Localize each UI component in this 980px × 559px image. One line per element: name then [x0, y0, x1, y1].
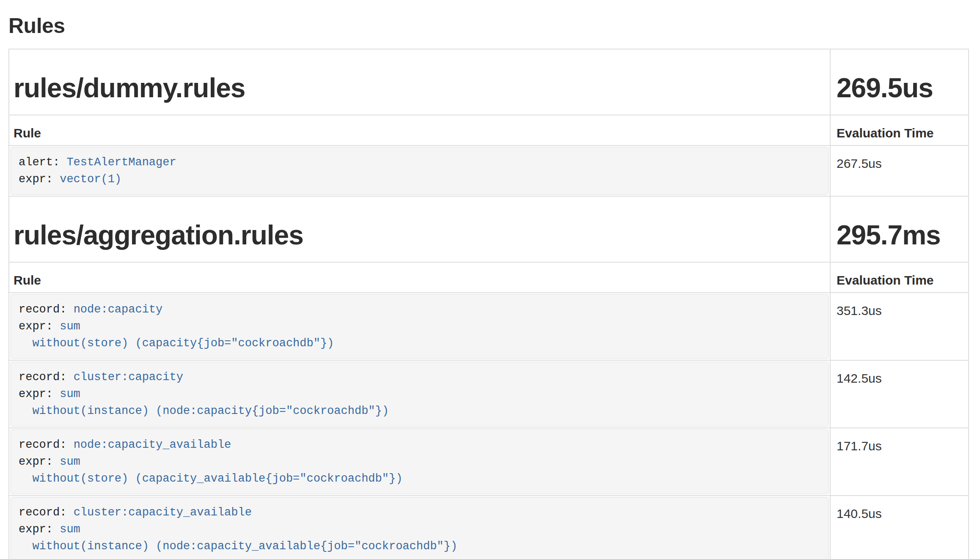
column-header-row: Rule Evaluation Time: [9, 262, 969, 293]
rule-expression-link[interactable]: sum: [60, 455, 80, 468]
rule-evaluation-time: 351.3us: [830, 293, 969, 360]
rule-keyword: record:: [19, 506, 74, 519]
rule-row: record: node:capacity_available expr: su…: [9, 428, 969, 496]
rule-group-name-cell: rules/dummy.rules: [9, 49, 830, 115]
rule-keyword: [19, 337, 32, 350]
rule-keyword: [19, 540, 32, 553]
rule-expression-link[interactable]: cluster:capacity_available: [74, 506, 252, 519]
rule-group-name-cell: rules/aggregation.rules: [9, 196, 830, 262]
rule-column-header: Rule: [9, 115, 830, 145]
rule-definition: record: node:capacity expr: sum without(…: [10, 294, 829, 359]
evaluation-time-column-header: Evaluation Time: [830, 115, 969, 145]
rule-evaluation-time: 140.5us: [830, 496, 969, 559]
rule-evaluation-time: 171.7us: [830, 428, 969, 496]
rule-expression-link[interactable]: sum: [60, 320, 80, 333]
rule-row: record: cluster:capacity expr: sum witho…: [9, 360, 969, 428]
rule-row: record: node:capacity expr: sum without(…: [9, 293, 969, 360]
rule-definition: record: cluster:capacity_available expr:…: [10, 497, 829, 559]
rule-row: alert: TestAlertManager expr: vector(1) …: [9, 145, 969, 196]
rule-expression-link[interactable]: without(instance) (node:capacity_availab…: [32, 540, 457, 553]
rule-expression-link[interactable]: sum: [60, 388, 80, 400]
page-title: Rules: [8, 14, 969, 38]
rule-evaluation-time: 267.5us: [830, 145, 969, 196]
rule-keyword: expr:: [19, 523, 60, 536]
rule-keyword: record:: [19, 303, 74, 316]
rule-keyword: expr:: [19, 388, 60, 400]
rules-table: rules/dummy.rules 269.5us Rule Evaluatio…: [8, 49, 969, 559]
rule-keyword: expr:: [19, 455, 60, 468]
rule-expression-link[interactable]: node:capacity_available: [74, 438, 231, 451]
rule-cell: record: node:capacity expr: sum without(…: [9, 293, 830, 360]
rule-definition: record: cluster:capacity expr: sum witho…: [10, 362, 829, 427]
rule-group-header-row: rules/aggregation.rules 295.7ms: [9, 196, 969, 262]
rule-expression-link[interactable]: without(store) (capacity{job="cockroachd…: [32, 337, 334, 350]
rules-table-body: rules/dummy.rules 269.5us Rule Evaluatio…: [9, 49, 969, 559]
rule-expression-link[interactable]: without(store) (capacity_available{job="…: [32, 472, 402, 485]
rule-keyword: record:: [19, 371, 74, 384]
rule-keyword: expr:: [19, 320, 60, 333]
column-header-row: Rule Evaluation Time: [9, 115, 969, 145]
rule-expression-link[interactable]: sum: [60, 523, 80, 536]
rule-keyword: record:: [19, 438, 74, 451]
rule-expression-link[interactable]: without(instance) (node:capacity{job="co…: [32, 405, 389, 417]
rules-page: Rules rules/dummy.rules 269.5us Rule Eva…: [0, 14, 980, 559]
rule-group-evaluation-time: 295.7ms: [837, 220, 961, 250]
evaluation-time-column-header: Evaluation Time: [830, 262, 969, 293]
rule-group-name: rules/aggregation.rules: [14, 220, 826, 250]
rule-group-evaluation-time-cell: 295.7ms: [830, 196, 969, 262]
rule-keyword: alert:: [19, 156, 66, 169]
rule-cell: record: node:capacity_available expr: su…: [9, 428, 830, 496]
rule-keyword: expr:: [19, 173, 60, 186]
rule-column-header: Rule: [9, 262, 830, 293]
rule-expression-link[interactable]: node:capacity: [74, 303, 163, 316]
rule-keyword: [19, 472, 32, 485]
rule-expression-link[interactable]: cluster:capacity: [74, 371, 183, 384]
rule-cell: record: cluster:capacity_available expr:…: [9, 496, 830, 559]
rule-definition: record: node:capacity_available expr: su…: [10, 429, 829, 494]
rule-group-evaluation-time-cell: 269.5us: [830, 49, 969, 115]
rule-keyword: [19, 405, 32, 417]
rule-definition: alert: TestAlertManager expr: vector(1): [10, 147, 829, 195]
rule-group-header-row: rules/dummy.rules 269.5us: [9, 49, 969, 115]
rule-group-name: rules/dummy.rules: [14, 73, 826, 103]
rule-cell: alert: TestAlertManager expr: vector(1): [9, 145, 830, 196]
rule-expression-link[interactable]: vector(1): [60, 173, 121, 186]
rule-expression-link[interactable]: TestAlertManager: [66, 156, 176, 169]
rule-cell: record: cluster:capacity expr: sum witho…: [9, 360, 830, 428]
rule-group-evaluation-time: 269.5us: [837, 73, 961, 103]
rule-row: record: cluster:capacity_available expr:…: [9, 496, 969, 559]
rule-evaluation-time: 142.5us: [830, 360, 969, 428]
